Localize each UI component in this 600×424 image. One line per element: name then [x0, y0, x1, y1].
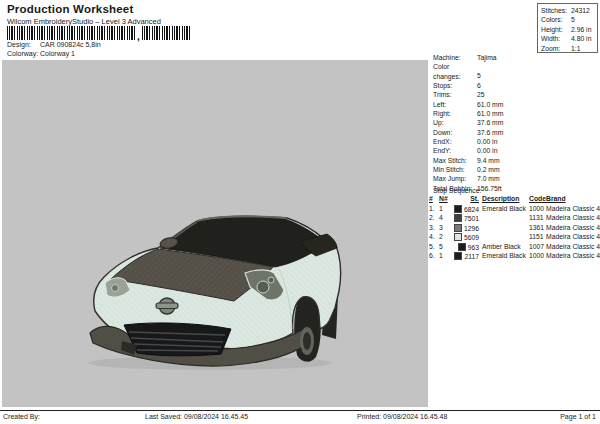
stat-stitches: Stitches:24312 — [541, 6, 597, 16]
table-row: 1.16824Emerald Black1000Madeira Classic … — [428, 205, 600, 213]
thread-color-swatch — [454, 205, 462, 213]
info-row: Max Stitch:9.4 mm — [433, 156, 503, 165]
info-row: Max Jump:7.0 mm — [433, 174, 503, 183]
design-value: CAR 090824c 5,8in — [40, 41, 101, 48]
info-row: Color changes:5 — [433, 62, 503, 81]
info-row: Min Stitch:0.2 mm — [433, 165, 503, 174]
barcode-block-1 — [7, 26, 135, 40]
production-worksheet-page: Production Worksheet Wilcom EmbroiderySt… — [0, 0, 600, 424]
thread-color-swatch — [458, 243, 466, 251]
footer-created-by: Created By: — [3, 413, 40, 420]
info-row: Machine:Tajima — [433, 53, 503, 62]
footer-printed: Printed: 09/08/2024 16.45.48 — [357, 413, 447, 420]
info-row: EndY:0.00 in — [433, 146, 503, 155]
table-row: 2.475011131Madeira Classic 40 — [428, 214, 600, 222]
design-barcode-icon: , — [7, 26, 192, 40]
colorway-label: Colorway: — [7, 50, 38, 57]
machine-info-panel: Machine:Tajima Color changes:5 Stops:6 T… — [433, 53, 503, 193]
stat-zoom: Zoom:1:1 — [541, 44, 597, 54]
stop-sequence-header-row: #N#St.DescriptionCodeBrand — [428, 195, 600, 202]
info-row: Left:61.0 mm — [433, 100, 503, 109]
stitch-preview-canvas — [2, 60, 428, 407]
table-row: 4.256091151Madeira Classic 40 — [428, 233, 600, 241]
thread-color-swatch — [454, 214, 462, 222]
car-embroidery-image — [85, 211, 347, 373]
stat-width: Width:4.80 in — [541, 34, 597, 44]
thread-color-swatch — [454, 233, 462, 241]
page-title: Production Worksheet — [7, 3, 133, 15]
info-row: Stops:6 — [433, 81, 503, 90]
colorway-value: Colorway 1 — [40, 50, 75, 57]
stat-height: Height:2.96 in — [541, 25, 597, 35]
barcode-separator: , — [137, 34, 140, 40]
table-row: 3.312961361Madeira Classic 40 — [428, 224, 600, 232]
info-row: EndX:0.00 in — [433, 137, 503, 146]
footer-last-saved: Last Saved: 09/08/2024 16.45.45 — [145, 413, 248, 420]
info-row: Down:37.6 mm — [433, 128, 503, 137]
table-row: 5.5963Amber Black1007Madeira Classic 40 — [428, 243, 600, 251]
footer-page-number: Page 1 of 1 — [560, 413, 596, 420]
colorway-row: Colorway: Colorway 1 — [7, 50, 75, 57]
info-row: Up:37.6 mm — [433, 118, 503, 127]
table-row: 6.12117Emerald Black1000Madeira Classic … — [428, 252, 600, 260]
thread-color-swatch — [454, 252, 462, 260]
design-stats-box: Stitches:24312 Colors:5 Height:2.96 in W… — [537, 3, 598, 53]
info-row: Right:61.0 mm — [433, 109, 503, 118]
design-row: Design: CAR 090824c 5,8in — [7, 41, 101, 48]
info-row: Trims:25 — [433, 90, 503, 99]
footer-divider — [0, 410, 600, 411]
design-label: Design: — [7, 41, 38, 48]
thread-color-swatch — [454, 224, 462, 232]
barcode-block-2 — [142, 26, 192, 40]
stat-colors: Colors:5 — [541, 15, 597, 25]
stop-sequence-title: Stop Sequence: — [433, 187, 481, 194]
software-subtitle: Wilcom EmbroideryStudio – Level 3 Advanc… — [7, 17, 161, 26]
